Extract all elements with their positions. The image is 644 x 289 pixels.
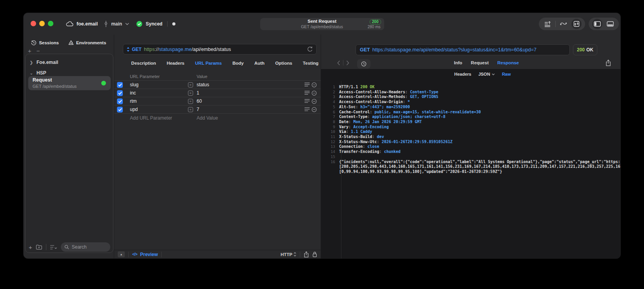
session-dot-icon[interactable] <box>172 22 175 25</box>
param-value-field[interactable]: 7 <box>197 107 199 112</box>
chevron-down-icon <box>492 73 495 75</box>
branch-icon <box>104 21 108 27</box>
sent-request-summary[interactable]: Sent Request GET /api/embed/status 200 2… <box>260 18 384 30</box>
chevron-down-icon[interactable]: ⌄ <box>29 71 33 75</box>
response-url: https://statuspage.me/api/embed/status?s… <box>372 47 536 53</box>
add-request-icon[interactable]: + <box>29 244 32 251</box>
search-field[interactable] <box>61 242 110 252</box>
expand-panel-icon[interactable]: ▲ <box>118 251 125 257</box>
sort-options-icon[interactable] <box>50 245 57 250</box>
layout-bottom-panel-icon[interactable] <box>605 19 615 29</box>
remove-param-icon[interactable] <box>312 107 317 112</box>
param-checkbox[interactable] <box>117 90 123 96</box>
param-checkbox[interactable] <box>117 82 123 88</box>
project-name[interactable]: foe.email <box>77 21 98 27</box>
response-viewer: GET https://statuspage.me/api/embed/stat… <box>321 35 620 258</box>
sessions-panel: ❯ Foe.email ⌄ HSP Request GET /api/embed… <box>25 54 113 253</box>
tab-environments[interactable]: Environments <box>68 40 106 45</box>
protocol-selector[interactable]: HTTP <box>281 252 296 257</box>
param-name-field[interactable]: inc <box>130 90 136 96</box>
param-value-field[interactable]: status <box>197 82 209 87</box>
toolbar-group-layout <box>589 18 619 30</box>
param-value-field[interactable]: 60 <box>197 98 202 104</box>
share-icon[interactable] <box>304 251 309 258</box>
response-nav-row: Info Request Response <box>321 59 620 69</box>
tab-info[interactable]: Info <box>454 60 462 65</box>
titlebar: foe.email main <box>24 13 620 35</box>
code-icon: </> <box>132 252 137 256</box>
row-options-icon[interactable] <box>305 91 310 95</box>
export-response-icon[interactable] <box>606 60 611 66</box>
divider <box>555 21 556 27</box>
row-options-icon[interactable] <box>305 107 310 111</box>
environments-label: Environments <box>76 40 106 45</box>
preview-button[interactable]: Preview <box>140 252 158 257</box>
remove-session-icon[interactable]: − <box>36 47 40 54</box>
subtab-json[interactable]: JSON <box>478 72 495 76</box>
response-code[interactable]: 1HTTP/1.1 200 OK2Access-Control-Allow-He… <box>321 85 620 174</box>
add-param-name-placeholder[interactable]: Add URL Parameter <box>130 115 172 121</box>
lock-icon[interactable] <box>312 251 317 257</box>
tab-request[interactable]: Request <box>471 60 489 65</box>
search-input[interactable] <box>71 244 106 250</box>
add-param-row[interactable]: Add URL Parameter Add Value <box>114 114 321 122</box>
param-checkbox[interactable] <box>117 107 123 113</box>
tab-sessions[interactable]: Sessions <box>31 40 59 45</box>
equals-icon: = <box>188 82 193 87</box>
url-host: statuspage.me <box>159 47 192 52</box>
zoom-window-button[interactable] <box>48 21 53 26</box>
sync-loop-icon[interactable] <box>558 19 569 29</box>
params-rows: slug = status inc = 1 <box>114 81 321 114</box>
subtab-headers[interactable]: Headers <box>454 72 471 76</box>
tab-auth[interactable]: Auth <box>254 61 265 65</box>
tab-options[interactable]: Options <box>275 61 292 65</box>
row-options-icon[interactable] <box>305 99 310 103</box>
tab-testing[interactable]: Testing <box>303 61 319 65</box>
layout-sidebar-icon[interactable] <box>592 19 602 29</box>
branch-name[interactable]: main <box>111 21 122 27</box>
minimize-window-button[interactable] <box>39 21 45 26</box>
sync-status-label: Synced <box>146 21 162 27</box>
equals-icon: = <box>188 107 193 112</box>
group-label: Foe.email <box>36 60 58 65</box>
add-session-icon[interactable]: + <box>28 47 31 54</box>
request-url-bar[interactable]: GET https://statuspage.me/api/embed/stat… <box>123 44 317 55</box>
request-method[interactable]: GET <box>132 47 142 52</box>
tab-response[interactable]: Response <box>497 60 519 65</box>
import-export-icon[interactable] <box>571 19 582 29</box>
export-lines-icon[interactable] <box>542 19 553 29</box>
remove-param-icon[interactable] <box>312 82 317 87</box>
param-name-field[interactable]: slug <box>130 82 139 87</box>
request-item-subtitle: GET /api/embed/status <box>33 84 77 89</box>
group-label: HSP <box>36 70 46 76</box>
sidebar: Sessions Environments + − <box>24 35 114 258</box>
subtab-raw[interactable]: Raw <box>502 72 511 76</box>
param-value-field[interactable]: 1 <box>197 90 199 96</box>
sidebar-group-hsp[interactable]: ⌄ HSP <box>29 69 109 76</box>
chevron-down-icon[interactable] <box>125 23 129 25</box>
tab-body[interactable]: Body <box>232 61 244 65</box>
request-summary-path: GET /api/embed/status <box>260 24 384 29</box>
sidebar-item-request[interactable]: Request GET /api/embed/status <box>28 76 111 90</box>
tab-description[interactable]: Description <box>131 61 156 65</box>
desktop-background: foe.email main <box>0 0 644 289</box>
param-name-field[interactable]: rtm <box>130 98 137 104</box>
method-stepper-icon[interactable] <box>127 47 130 52</box>
remove-param-icon[interactable] <box>312 91 317 96</box>
request-url[interactable]: https://statuspage.me/api/embed/status <box>144 47 231 52</box>
row-options-icon[interactable] <box>305 82 310 87</box>
response-method: GET <box>360 47 370 53</box>
param-checkbox[interactable] <box>117 98 123 104</box>
tab-url-params[interactable]: URL Params <box>195 61 222 65</box>
chevron-right-icon[interactable]: ❯ <box>29 60 33 65</box>
search-icon <box>64 245 69 249</box>
remove-param-icon[interactable] <box>312 99 317 104</box>
new-folder-icon[interactable] <box>36 244 42 250</box>
param-name-field[interactable]: upd <box>130 107 138 112</box>
refresh-icon[interactable] <box>307 46 313 52</box>
close-window-button[interactable] <box>31 21 36 26</box>
status-dot-icon <box>101 81 106 85</box>
tab-headers[interactable]: Headers <box>167 61 184 65</box>
sidebar-group-foe-email[interactable]: ❯ Foe.email <box>29 59 109 66</box>
add-param-value-placeholder[interactable]: Add Value <box>197 115 218 121</box>
